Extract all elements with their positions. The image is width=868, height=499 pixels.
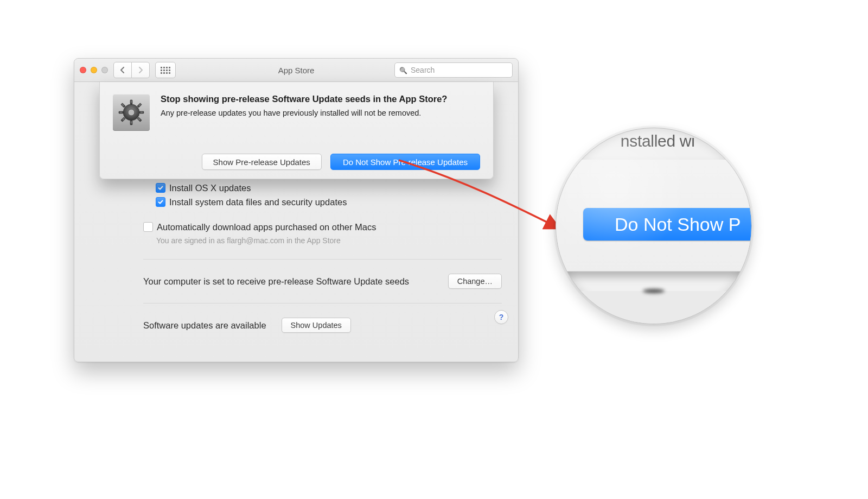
do-not-show-pre-release-button[interactable]: Do Not Show Pre-release Updates [330,154,480,170]
show-updates-button[interactable]: Show Updates [282,318,351,333]
dialog-title: Stop showing pre-release Software Update… [161,94,480,104]
loupe-primary-button-fragment: Do Not Show P [583,208,752,241]
magnifier: nstalled wi Do Not Show P [556,128,751,323]
help-icon: ? [499,313,504,321]
checkbox-label: Install OS X updates [169,183,251,193]
seed-row: Your computer is set to receive pre-rele… [143,274,502,289]
window-minimize-button[interactable] [91,67,97,73]
change-button[interactable]: Change… [448,274,502,289]
updates-available-row: Software updates are available Show Upda… [143,318,502,333]
svg-rect-4 [139,111,144,113]
svg-rect-3 [119,111,123,113]
window-close-button[interactable] [80,67,86,73]
pre-release-dialog: Stop showing pre-release Software Update… [99,82,494,179]
show-pre-release-button[interactable]: Show Pre-release Updates [202,154,322,170]
svg-rect-7 [121,117,125,122]
window-titlebar: App Store Search [74,59,518,82]
checkbox-label: Automatically download apps purchased on… [157,222,376,232]
separator [143,259,502,260]
svg-rect-6 [137,103,142,108]
svg-rect-2 [130,121,132,125]
forward-button[interactable] [132,62,150,78]
loupe-text-fragment: nstalled wi [621,132,695,150]
checkbox-label: Install system data files and security u… [169,197,347,207]
window-zoom-button[interactable] [101,67,108,73]
signin-note: You are signed in as flargh@mac.com in t… [143,236,502,245]
back-button[interactable] [113,62,132,78]
checkbox-icon [143,222,153,232]
checkbox-install-osx-updates[interactable]: Install OS X updates [156,181,502,195]
grid-icon [161,67,170,74]
checkbox-icon [156,183,165,193]
system-preferences-icon [113,94,150,131]
available-text: Software updates are available [143,320,266,331]
help-button[interactable]: ? [494,310,508,324]
svg-rect-8 [137,117,142,122]
svg-point-9 [128,109,135,116]
seed-text: Your computer is set to receive pre-rele… [143,276,409,287]
search-icon [399,66,407,74]
svg-rect-1 [130,100,132,104]
show-all-button[interactable] [155,62,176,78]
loupe-smudge [643,289,665,293]
loupe-background [556,291,751,324]
checkbox-icon [156,197,165,207]
search-placeholder: Search [411,66,435,74]
nav-group [113,62,150,78]
separator [143,303,502,304]
svg-rect-5 [121,103,125,108]
checkbox-install-system-updates[interactable]: Install system data files and security u… [156,195,502,209]
traffic-lights [80,67,108,73]
dialog-subtitle: Any pre-release updates you have previou… [161,109,480,117]
checkbox-auto-download[interactable]: Automatically download apps purchased on… [143,220,502,234]
search-field[interactable]: Search [394,62,513,78]
